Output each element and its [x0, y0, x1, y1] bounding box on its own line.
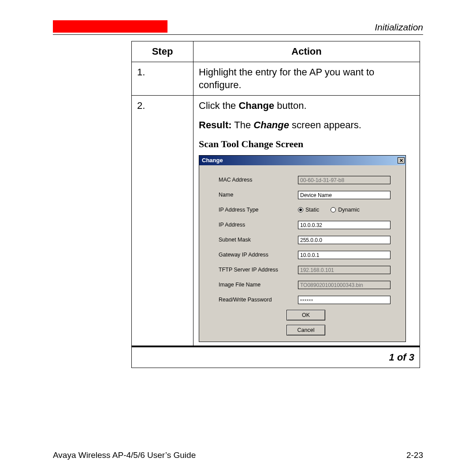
radio-icon — [298, 207, 303, 212]
text: screen appears. — [289, 119, 361, 130]
change-italic: Change — [253, 119, 289, 130]
subnet-field[interactable]: 255.0.0.0 — [298, 236, 390, 244]
mac-label: MAC Address — [219, 176, 298, 184]
change-dialog: Change ✕ MAC Address 00-60-1d-31-97-b8 N… — [199, 155, 406, 342]
text: Click the — [199, 100, 238, 111]
subnet-label: Subnet Mask — [219, 236, 298, 244]
password-field[interactable]: xxxxxx — [298, 296, 390, 304]
col-step-header: Step — [132, 41, 193, 62]
header-rule — [53, 34, 423, 35]
footer-right: 2-23 — [406, 450, 423, 460]
ok-button[interactable]: OK — [286, 310, 325, 320]
dynamic-label: Dynamic — [338, 207, 360, 213]
name-field[interactable]: Device Name — [298, 191, 390, 199]
ip-field[interactable]: 10.0.0.32 — [298, 221, 390, 229]
radio-static[interactable]: Static — [298, 206, 319, 214]
step-number: 2. — [132, 96, 193, 347]
footer-left: Avaya Wireless AP-4/5/6 User’s Guide — [53, 450, 196, 460]
page-footer: Avaya Wireless AP-4/5/6 User’s Guide 2-2… — [53, 450, 423, 460]
image-label: Image File Name — [219, 281, 298, 289]
dialog-title: Change — [202, 156, 223, 164]
tftp-field: 192.168.0.101 — [298, 266, 390, 274]
gateway-field[interactable]: 10.0.0.1 — [298, 251, 390, 259]
change-bold: Change — [238, 100, 274, 111]
table-row: 1. Highlight the entry for the AP you wa… — [132, 62, 420, 95]
page-header: Initialization — [53, 18, 423, 33]
step-action: Highlight the entry for the AP you want … — [193, 62, 420, 95]
red-bar-decor — [53, 20, 167, 33]
name-label: Name — [219, 191, 298, 199]
ip-label: IP Address — [219, 221, 298, 229]
step-action-cell: Click the Change button. Result: The Cha… — [193, 96, 420, 347]
mac-field: 00-60-1d-31-97-b8 — [298, 176, 390, 184]
iptype-label: IP Address Type — [219, 206, 298, 214]
static-label: Static — [305, 207, 319, 213]
close-icon[interactable]: ✕ — [398, 157, 405, 164]
result-label: Result: — [199, 119, 232, 130]
table-row: 2. Click the Change button. Result: The … — [132, 96, 420, 347]
table-header-row: Step Action — [132, 41, 420, 62]
section-title: Initialization — [375, 22, 423, 33]
radio-dynamic[interactable]: Dynamic — [331, 206, 360, 214]
click-line: Click the Change button. — [199, 99, 414, 112]
tftp-label: TFTP Server IP Address — [219, 266, 298, 274]
dialog-caption: Scan Tool Change Screen — [199, 138, 414, 151]
text: The — [232, 119, 254, 130]
gateway-label: Gateway IP Address — [219, 251, 298, 259]
steps-table: Step Action 1. Highlight the entry for t… — [131, 41, 420, 368]
password-label: Read/Write Password — [219, 296, 298, 304]
image-field: TO0890201001000343.bin — [298, 281, 390, 289]
radio-icon — [331, 207, 336, 212]
page-of-row: 1 of 3 — [132, 346, 420, 368]
col-action-header: Action — [193, 41, 420, 62]
dialog-titlebar: Change ✕ — [199, 156, 405, 165]
result-line: Result: The Change screen appears. — [199, 119, 414, 132]
cancel-button[interactable]: Cancel — [286, 325, 325, 335]
page-of: 1 of 3 — [132, 346, 420, 368]
step-number: 1. — [132, 62, 193, 95]
dialog-body: MAC Address 00-60-1d-31-97-b8 Name Devic… — [199, 165, 405, 342]
text: button. — [274, 100, 306, 111]
